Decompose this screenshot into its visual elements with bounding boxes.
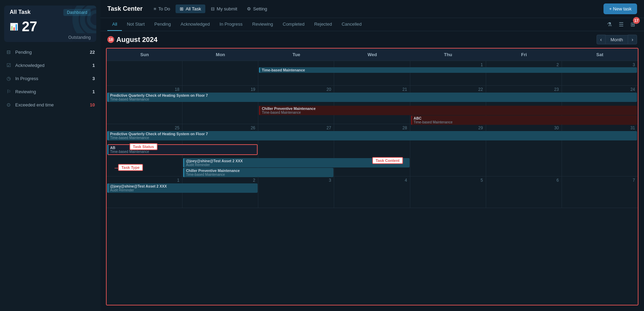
setting-nav-icon: ⚙ bbox=[247, 6, 251, 11]
arc-decoration bbox=[55, 6, 96, 33]
calendar-header: 18 August 2024 ‹ Month › bbox=[100, 31, 644, 48]
sidebar-item-exceeded[interactable]: ⊙ Exceeded end time 10 bbox=[0, 98, 100, 111]
subnav-all[interactable]: All bbox=[107, 18, 122, 31]
cal-cell-wk4-6: 6 bbox=[486, 176, 562, 208]
subnav-not-start[interactable]: Not Start bbox=[122, 18, 149, 31]
event-predictive-wk2[interactable]: Predictive Quarterly Check of Heating Sy… bbox=[107, 93, 638, 103]
not-start-subnav-label: Not Start bbox=[127, 21, 144, 27]
date-25: 25 bbox=[108, 126, 181, 131]
day-thu: Thu bbox=[410, 49, 486, 61]
cal-cell-19: 19 bbox=[182, 86, 258, 124]
event-chiller-wk2[interactable]: Chiller Preventive Maintenance Time-base… bbox=[258, 106, 638, 116]
subnav: AllNot StartPendingAcknowledgedIn Progre… bbox=[100, 18, 644, 31]
day-fri: Fri bbox=[486, 49, 562, 61]
sidebar-item-acknowledged[interactable]: ☑ Acknowledged 1 bbox=[0, 59, 100, 72]
in-progress-subnav-label: In Progress bbox=[220, 21, 242, 27]
filter-button[interactable]: ⚗ bbox=[605, 20, 614, 29]
sidebar-summary: All Task Dashboard 📊 27 Outstanding bbox=[4, 6, 96, 42]
cal-cell-wk4-3: 3 bbox=[258, 176, 334, 208]
date-21: 21 bbox=[336, 87, 408, 93]
outstanding-label: Outstanding bbox=[10, 35, 91, 40]
nav-mysubmit[interactable]: ⊟My submit bbox=[207, 5, 241, 13]
new-task-button[interactable]: + New task bbox=[603, 3, 637, 14]
subnav-cancelled[interactable]: Cancelled bbox=[337, 18, 367, 31]
event-title-predictive-wk2: Predictive Quarterly Check of Heating Sy… bbox=[110, 93, 635, 97]
nav-setting[interactable]: ⚙Setting bbox=[243, 5, 271, 13]
calendar-view-wrap: ⊞ 17 bbox=[628, 20, 637, 29]
event-sub-chiller-wk2: Time-based Maintenance bbox=[262, 111, 635, 114]
cal-cell-wk4-4: 4 bbox=[334, 176, 410, 208]
in-progress-icon: ◷ bbox=[6, 75, 12, 81]
sidebar-item-reviewing[interactable]: ⚐ Reviewing 1 bbox=[0, 85, 100, 98]
cal-cell-sun-wk1 bbox=[107, 61, 182, 85]
setting-nav-label: Setting bbox=[253, 6, 267, 11]
acknowledged-icon: ☑ bbox=[6, 62, 12, 68]
event-sub-abc-wk2: Time-based Maintenance bbox=[414, 120, 635, 124]
event-sub-ab-wk3: Time-based Maintenance bbox=[110, 150, 255, 154]
reviewing-label: Reviewing bbox=[15, 89, 36, 94]
exceeded-label: Exceeded end time bbox=[15, 102, 54, 107]
sidebar-item-pending[interactable]: ⊟ Pending 22 bbox=[0, 45, 100, 59]
cal-cell-21: 21 bbox=[334, 86, 410, 124]
completed-subnav-label: Completed bbox=[283, 21, 305, 27]
nav-alltask[interactable]: ⊞All Task bbox=[176, 5, 205, 13]
svg-point-2 bbox=[89, 12, 96, 27]
pending-label: Pending bbox=[15, 50, 32, 55]
event-sub-joey-wk4: Audit Reminder bbox=[110, 188, 256, 192]
event-predictive-wk3[interactable]: Predictive Quarterly Check of Heating Sy… bbox=[107, 131, 638, 141]
date-wk4-6: 6 bbox=[488, 178, 560, 183]
subnav-in-progress[interactable]: In Progress bbox=[215, 18, 247, 31]
reviewing-subnav-label: Reviewing bbox=[252, 21, 273, 27]
date-24: 24 bbox=[563, 87, 636, 93]
subnav-acknowledged[interactable]: Acknowledged bbox=[176, 18, 215, 31]
task-count: 27 bbox=[22, 19, 37, 34]
subnav-reviewing[interactable]: Reviewing bbox=[248, 18, 278, 31]
mysubmit-nav-icon: ⊟ bbox=[211, 6, 215, 11]
nav-todo[interactable]: ≡To Do bbox=[150, 5, 175, 13]
in-progress-label: In Progress bbox=[15, 76, 38, 81]
list-view-button[interactable]: ☰ bbox=[617, 20, 626, 29]
event-title-timebased-wk1: Time-based Maintenance bbox=[262, 68, 635, 72]
event-sub-predictive-wk3: Time-based Maintenance bbox=[110, 136, 635, 140]
date-26: 26 bbox=[184, 126, 257, 131]
event-timebased-wk1[interactable]: Time-based Maintenance bbox=[258, 67, 638, 74]
topbar-title: Task Center bbox=[107, 5, 143, 12]
cancelled-subnav-label: Cancelled bbox=[342, 21, 362, 27]
date-wk4-2: 2 bbox=[184, 178, 257, 183]
topbar: Task Center ≡To Do⊞All Task⊟My submit⚙Se… bbox=[100, 0, 644, 18]
date-19: 19 bbox=[184, 87, 257, 93]
reviewing-icon: ⚐ bbox=[6, 88, 12, 95]
calendar-month-year: August 2024 bbox=[116, 36, 158, 44]
cal-cell-mon-wk1 bbox=[182, 61, 258, 85]
reviewing-count: 1 bbox=[92, 89, 95, 94]
sidebar: All Task Dashboard 📊 27 Outstanding ⊟ Pe… bbox=[0, 0, 100, 311]
task-content-label: Task Content bbox=[372, 157, 403, 164]
cal-cell-20: 20 bbox=[258, 86, 334, 124]
subnav-completed[interactable]: Completed bbox=[278, 18, 310, 31]
calendar-prev-button[interactable]: ‹ bbox=[597, 35, 606, 44]
event-title-predictive-wk3: Predictive Quarterly Check of Heating Sy… bbox=[110, 132, 635, 136]
cal-cell-wk4-7: 7 bbox=[562, 176, 638, 208]
subnav-right: ⚗ ☰ ⊞ 17 bbox=[605, 18, 637, 31]
task-status-label: Task Status bbox=[129, 143, 158, 150]
alltask-nav-icon: ⊞ bbox=[180, 6, 184, 11]
date-23: 23 bbox=[488, 87, 560, 93]
calendar-badge: 17 bbox=[633, 17, 640, 24]
event-sub-predictive-wk2: Time-based Maintenance bbox=[110, 97, 635, 101]
subnav-pending[interactable]: Pending bbox=[150, 18, 176, 31]
event-joey-wk4[interactable]: @joey@shine@Test Asset 2 XXX Audit Remin… bbox=[107, 183, 258, 193]
cal-cell-wk4-5: 5 bbox=[410, 176, 486, 208]
date-wk4-7: 7 bbox=[563, 178, 636, 183]
date-18: 18 bbox=[108, 87, 181, 93]
day-mon: Mon bbox=[182, 49, 258, 61]
day-sat: Sat bbox=[562, 49, 638, 61]
event-title-abc-wk2: ABC bbox=[414, 116, 635, 120]
subnav-rejected[interactable]: Rejected bbox=[309, 18, 337, 31]
todo-nav-label: To Do bbox=[158, 6, 170, 11]
day-sun: Sun bbox=[107, 49, 182, 61]
calendar-next-button[interactable]: › bbox=[628, 35, 637, 44]
sidebar-item-in-progress[interactable]: ◷ In Progress 3 bbox=[0, 72, 100, 85]
week-row-4: 1 2 3 4 5 bbox=[107, 176, 638, 208]
date-31: 31 bbox=[563, 126, 636, 131]
date-wk4-3: 3 bbox=[260, 178, 332, 183]
